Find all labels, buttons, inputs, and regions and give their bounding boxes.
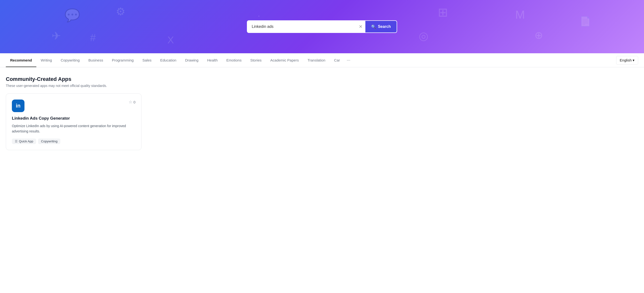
- search-input[interactable]: [247, 20, 365, 33]
- more-tabs-button[interactable]: ···: [344, 53, 353, 67]
- app-icon-linkedin: in: [12, 99, 24, 112]
- search-icon: 🔍: [371, 24, 376, 29]
- tag-quick-app: ☰ Quick App: [12, 139, 36, 144]
- app-card-linkedin-ads[interactable]: in ☆ 0 Linkedin Ads Copy Generator Optim…: [6, 93, 142, 150]
- search-button[interactable]: 🔍 Search: [365, 20, 397, 33]
- bg-teams-icon: ⊞: [438, 5, 448, 19]
- bg-excel-icon: X: [168, 35, 174, 45]
- tab-programming[interactable]: Programming: [108, 54, 138, 67]
- app-description: Optimize LinkedIn ads by using AI-powere…: [12, 123, 136, 134]
- tab-drawing[interactable]: Drawing: [181, 54, 203, 67]
- tab-writing[interactable]: Writing: [36, 54, 56, 67]
- bg-openai-icon: ◎: [419, 29, 428, 42]
- community-section-title: Community-Created Apps: [6, 76, 638, 82]
- quick-app-icon: ☰: [15, 139, 18, 143]
- tab-health[interactable]: Health: [203, 54, 222, 67]
- tab-stories[interactable]: Stories: [246, 54, 266, 67]
- search-button-label: Search: [378, 24, 391, 29]
- main-content: Community-Created Apps These user-genera…: [0, 67, 644, 159]
- card-rating: ☆ 0: [129, 99, 136, 105]
- app-name: Linkedin Ads Copy Generator: [12, 116, 136, 121]
- tab-academic-papers[interactable]: Academic Papers: [266, 54, 303, 67]
- nav-bar: Recommend Writing Copywriting Business P…: [0, 53, 644, 67]
- rating-value: 0: [134, 100, 136, 104]
- language-selector[interactable]: English ▾: [616, 56, 638, 65]
- bg-doc-icon: 📄: [580, 16, 591, 27]
- search-input-wrapper: ✕: [247, 20, 365, 33]
- bg-telegram-icon: ✈: [52, 29, 61, 42]
- star-icon: ☆: [129, 99, 132, 105]
- tab-education[interactable]: Education: [156, 54, 181, 67]
- chevron-down-icon: ▾: [632, 58, 634, 62]
- search-container: ✕ 🔍 Search: [247, 20, 397, 33]
- bg-discord-icon: ⊕: [534, 29, 543, 41]
- bg-slack-icon: #: [90, 32, 96, 43]
- tag-copywriting: Copywriting: [38, 139, 60, 144]
- tag-copywriting-label: Copywriting: [41, 139, 58, 143]
- tag-quick-app-label: Quick App: [19, 139, 33, 143]
- community-section-subtitle: These user-generated apps may not meet o…: [6, 84, 638, 88]
- tab-business[interactable]: Business: [84, 54, 108, 67]
- bg-medium-icon: M: [515, 8, 525, 21]
- nav-tabs: Recommend Writing Copywriting Business P…: [6, 53, 613, 67]
- clear-icon[interactable]: ✕: [359, 24, 362, 29]
- tab-sales[interactable]: Sales: [138, 54, 156, 67]
- language-label: English: [620, 58, 632, 62]
- card-tags: ☰ Quick App Copywriting: [12, 139, 136, 144]
- card-header: in ☆ 0: [12, 99, 136, 112]
- hero-banner: 💬 ⚙ ✈ # X · ⊞ ◎ M ⊕ 📄 ✕ 🔍 Search: [0, 0, 644, 53]
- tab-translation[interactable]: Translation: [303, 54, 330, 67]
- tab-car[interactable]: Car: [330, 54, 344, 67]
- apps-grid: in ☆ 0 Linkedin Ads Copy Generator Optim…: [6, 93, 142, 150]
- tab-copywriting[interactable]: Copywriting: [56, 54, 84, 67]
- bg-dot-icon: ·: [258, 11, 260, 21]
- tab-emotions[interactable]: Emotions: [222, 54, 246, 67]
- bg-whatsapp-icon: 💬: [64, 8, 80, 23]
- bg-github-icon: ⚙: [116, 5, 125, 18]
- tab-recommend[interactable]: Recommend: [6, 54, 36, 67]
